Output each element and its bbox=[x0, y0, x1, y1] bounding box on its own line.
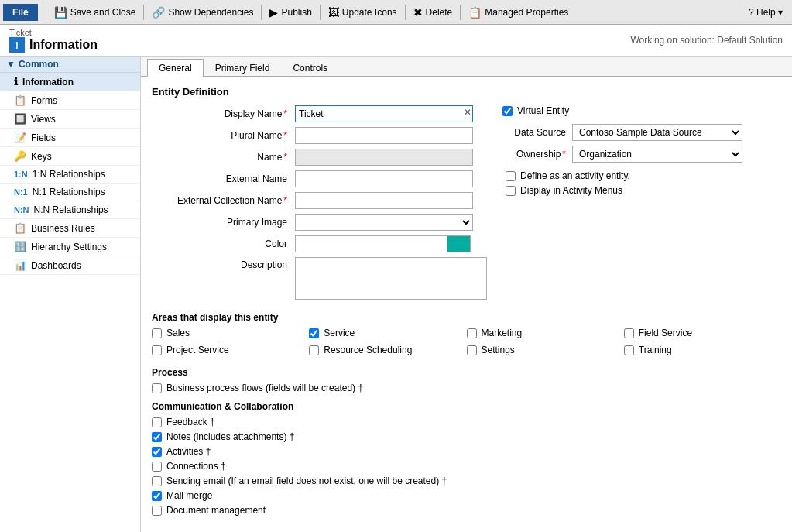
primary-image-select[interactable] bbox=[295, 214, 473, 231]
comm-notes-checkbox[interactable] bbox=[152, 432, 162, 442]
views-icon: 🔲 bbox=[14, 113, 26, 125]
comm-connections-checkbox[interactable] bbox=[152, 462, 162, 472]
file-button[interactable]: File bbox=[3, 4, 38, 21]
area-settings-label: Settings bbox=[482, 345, 515, 355]
display-name-input[interactable] bbox=[295, 105, 473, 122]
area-sales-checkbox[interactable] bbox=[152, 328, 162, 338]
plural-name-label: Plural Name* bbox=[152, 130, 295, 141]
nn-icon: N:N bbox=[14, 205, 29, 215]
ownership-label: Ownership* bbox=[502, 149, 572, 160]
tab-controls[interactable]: Controls bbox=[281, 59, 339, 77]
delete-button[interactable]: ✖ Delete bbox=[407, 2, 459, 23]
show-deps-button[interactable]: 🔗 Show Dependencies bbox=[146, 2, 259, 23]
color-swatch[interactable] bbox=[447, 235, 471, 252]
virtual-entity-label: Virtual Entity bbox=[517, 105, 569, 116]
publish-button[interactable]: ▶ Publish bbox=[263, 2, 317, 23]
area-project-service-label: Project Service bbox=[166, 345, 229, 355]
dashboards-icon: 📊 bbox=[14, 259, 26, 271]
delete-icon: ✖ bbox=[413, 6, 423, 19]
color-field bbox=[295, 235, 471, 252]
breadcrumb: Ticket bbox=[9, 28, 98, 37]
tab-primary-field[interactable]: Primary Field bbox=[204, 59, 282, 77]
description-label: Description bbox=[152, 257, 295, 270]
sep-5 bbox=[405, 5, 406, 20]
sidebar-item-nn-relationships[interactable]: N:N N:N Relationships bbox=[0, 201, 140, 219]
area-field-service-checkbox[interactable] bbox=[624, 328, 634, 338]
sidebar-item-dashboards[interactable]: 📊 Dashboards bbox=[0, 256, 140, 275]
sidebar-item-information[interactable]: ℹ Information bbox=[0, 73, 140, 91]
sidebar-item-fields[interactable]: 📝 Fields bbox=[0, 129, 140, 147]
area-service-label: Service bbox=[324, 328, 355, 338]
area-marketing-checkbox[interactable] bbox=[467, 328, 477, 338]
comm-mailmerge-checkbox[interactable] bbox=[152, 491, 162, 501]
display-activity-checkbox[interactable] bbox=[506, 186, 516, 196]
bpf-checkbox[interactable] bbox=[152, 383, 162, 393]
sidebar-item-business-rules[interactable]: 📋 Business Rules bbox=[0, 219, 140, 238]
form-content: Entity Definition Display Name* ✕ bbox=[141, 77, 792, 529]
sidebar-item-keys[interactable]: 🔑 Keys bbox=[0, 147, 140, 166]
area-service: Service bbox=[309, 328, 466, 338]
area-training-checkbox[interactable] bbox=[624, 345, 634, 355]
color-input[interactable] bbox=[295, 235, 447, 252]
display-name-row: Display Name* ✕ bbox=[152, 105, 487, 122]
save-close-button[interactable]: 💾 Save and Close bbox=[48, 2, 142, 23]
comm-notes-label: Notes (includes attachments) † bbox=[166, 431, 294, 442]
area-marketing: Marketing bbox=[467, 328, 624, 338]
tabs-bar: General Primary Field Controls bbox=[141, 57, 792, 77]
comm-connections-label: Connections † bbox=[166, 461, 226, 472]
display-activity-label: Display in Activity Menus bbox=[520, 185, 622, 196]
sidebar-item-1n-relationships[interactable]: 1:N 1:N Relationships bbox=[0, 166, 140, 184]
bpf-row: Business process flows (fields will be c… bbox=[152, 383, 781, 393]
sidebar-item-hierarchy-settings[interactable]: 🔢 Hierarchy Settings bbox=[0, 238, 140, 256]
primary-image-row: Primary Image bbox=[152, 214, 487, 231]
comm-document-checkbox[interactable] bbox=[152, 506, 162, 516]
sep-1 bbox=[46, 5, 46, 20]
display-activity-row: Display in Activity Menus bbox=[502, 185, 781, 196]
page-title-text: Information bbox=[29, 38, 98, 52]
comm-email: Sending email (If an email field does no… bbox=[152, 475, 781, 486]
primary-image-label: Primary Image bbox=[152, 217, 295, 228]
help-button[interactable]: ? Help ▾ bbox=[742, 2, 789, 23]
n1-icon: N:1 bbox=[14, 187, 28, 197]
plural-name-row: Plural Name* Tickets bbox=[152, 127, 487, 144]
name-label: Name* bbox=[152, 152, 295, 163]
area-resource-scheduling-checkbox[interactable] bbox=[309, 345, 319, 355]
update-icons-button[interactable]: 🖼 Update Icons bbox=[322, 2, 403, 23]
header-bar: Ticket i Information Working on solution… bbox=[0, 25, 792, 57]
ext-collection-input[interactable]: Tickets bbox=[295, 192, 473, 209]
display-name-clear-button[interactable]: ✕ bbox=[464, 107, 471, 118]
sidebar-group-common[interactable]: ▼ Common bbox=[0, 57, 140, 73]
color-label: Color bbox=[152, 239, 295, 249]
working-on-text: Working on solution: Default Solution bbox=[630, 35, 783, 46]
name-input[interactable]: new_ticket bbox=[295, 149, 473, 166]
managed-props-button[interactable]: 📋 Managed Properties bbox=[462, 2, 574, 23]
data-source-select[interactable]: Contoso Sample Data Source bbox=[572, 124, 742, 141]
area-resource-scheduling-label: Resource Scheduling bbox=[324, 345, 412, 355]
virtual-entity-checkbox[interactable] bbox=[502, 106, 513, 116]
plural-name-input[interactable]: Tickets bbox=[295, 127, 473, 144]
sidebar-item-views[interactable]: 🔲 Views bbox=[0, 110, 140, 129]
area-settings: Settings bbox=[467, 345, 624, 355]
area-settings-checkbox[interactable] bbox=[467, 345, 477, 355]
tab-general[interactable]: General bbox=[147, 59, 204, 77]
define-activity-checkbox[interactable] bbox=[506, 171, 516, 181]
name-row: Name* new_ticket bbox=[152, 149, 487, 166]
comm-activities: Activities † bbox=[152, 446, 781, 457]
description-textarea[interactable] bbox=[295, 257, 487, 300]
external-name-input[interactable]: Ticket bbox=[295, 170, 473, 187]
save-close-icon: 💾 bbox=[54, 6, 67, 19]
sidebar-item-n1-relationships[interactable]: N:1 N:1 Relationships bbox=[0, 184, 140, 201]
comm-feedback-checkbox[interactable] bbox=[152, 417, 162, 427]
chevron-down-icon: ▼ bbox=[6, 59, 15, 70]
ownership-select[interactable]: Organization bbox=[572, 146, 742, 163]
comm-activities-checkbox[interactable] bbox=[152, 447, 162, 457]
managed-props-icon: 📋 bbox=[468, 6, 482, 19]
comm-mailmerge-label: Mail merge bbox=[166, 490, 212, 501]
main-layout: ▼ Common ℹ Information 📋 Forms 🔲 Views 📝… bbox=[0, 57, 792, 532]
area-service-checkbox[interactable] bbox=[309, 328, 319, 338]
sidebar-item-forms[interactable]: 📋 Forms bbox=[0, 91, 140, 110]
area-project-service-checkbox[interactable] bbox=[152, 345, 162, 355]
comm-email-checkbox[interactable] bbox=[152, 476, 162, 486]
areas-section: Areas that display this entity Sales Ser… bbox=[152, 312, 781, 359]
area-sales: Sales bbox=[152, 328, 309, 338]
